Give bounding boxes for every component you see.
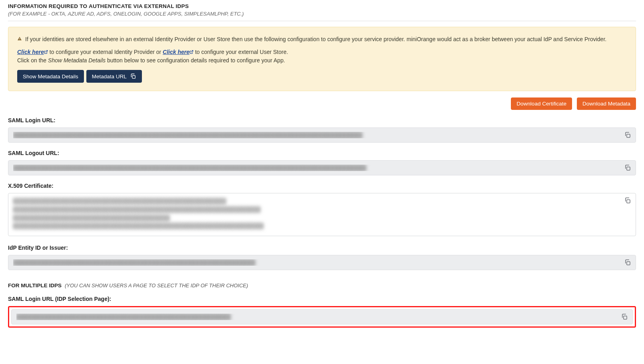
idp-entity-id-input[interactable] xyxy=(8,255,636,270)
x509-certificate-label: X.509 Certificate: xyxy=(8,183,636,189)
copy-icon xyxy=(621,313,628,320)
external-link-icon xyxy=(189,50,193,54)
saml-login-selection-input[interactable] xyxy=(11,309,633,324)
section-subtitle: (FOR EXAMPLE - OKTA, AZURE AD, ADFS, ONE… xyxy=(8,11,636,17)
metadata-url-button[interactable]: Metadata URL xyxy=(86,70,142,83)
configure-userstore-link[interactable]: Click here xyxy=(163,49,193,55)
button-label: Metadata URL xyxy=(92,74,127,80)
x509-certificate-textarea[interactable]: ████████████████████████████████████████… xyxy=(8,193,636,236)
multiple-idps-header: FOR MULTIPLE IDPS (YOU CAN SHOW USERS A … xyxy=(8,282,636,288)
highlighted-field xyxy=(8,306,636,328)
download-metadata-button[interactable]: Download Metadata xyxy=(577,97,636,110)
saml-login-url-label: SAML Login URL: xyxy=(8,117,636,123)
multiple-idps-title: FOR MULTIPLE IDPS xyxy=(8,282,62,288)
saml-logout-url-input[interactable] xyxy=(8,160,636,175)
alert-text: to configure your external User Store. xyxy=(193,49,288,55)
svg-rect-2 xyxy=(132,76,135,78)
warning-icon xyxy=(17,36,22,48)
alert-text: to configure your external Identity Prov… xyxy=(48,49,163,55)
alert-text: button below to see configuration detail… xyxy=(106,57,285,64)
alert-text: Click on the xyxy=(17,57,48,64)
svg-rect-1 xyxy=(20,40,20,40)
copy-icon xyxy=(624,259,631,266)
link-text: Click here xyxy=(163,49,189,55)
svg-rect-0 xyxy=(20,38,20,39)
copy-icon xyxy=(624,197,631,204)
saml-login-selection-label: SAML Login URL (IDP Selection Page): xyxy=(8,296,636,302)
alert-emphasis: Show Metadata Details xyxy=(48,57,106,64)
divider xyxy=(8,21,636,21)
link-text: Click here xyxy=(17,49,44,55)
configure-idp-link[interactable]: Click here xyxy=(17,49,48,55)
svg-rect-4 xyxy=(627,167,630,170)
multiple-idps-subtitle: (YOU CAN SHOW USERS A PAGE TO SELECT THE… xyxy=(65,282,248,288)
alert-intro-text: If your identities are stored elsewhere … xyxy=(25,35,606,44)
saml-logout-url-label: SAML Logout URL: xyxy=(8,150,636,156)
info-alert: If your identities are stored elsewhere … xyxy=(8,27,636,91)
download-certificate-button[interactable]: Download Certificate xyxy=(511,97,572,110)
idp-entity-id-label: IdP Entity ID or Issuer: xyxy=(8,245,636,251)
svg-rect-7 xyxy=(624,316,627,319)
copy-idp-entity-button[interactable] xyxy=(622,257,633,268)
copy-saml-logout-button[interactable] xyxy=(622,163,633,173)
saml-login-url-input[interactable] xyxy=(8,127,636,143)
external-link-icon xyxy=(44,50,48,54)
copy-icon xyxy=(130,73,136,80)
copy-saml-login-selection-button[interactable] xyxy=(619,312,630,322)
svg-rect-6 xyxy=(627,262,630,265)
copy-icon xyxy=(624,131,631,139)
svg-rect-5 xyxy=(627,200,630,203)
copy-icon xyxy=(624,164,631,171)
show-metadata-details-button[interactable]: Show Metadata Details xyxy=(17,70,84,83)
copy-saml-login-button[interactable] xyxy=(622,130,633,140)
alert-config-line: Click here to configure your external Id… xyxy=(17,48,627,65)
section-title: INFORMATION REQUIRED TO AUTHENTICATE VIA… xyxy=(8,3,636,9)
copy-x509-button[interactable] xyxy=(622,195,633,206)
svg-rect-3 xyxy=(627,134,630,137)
